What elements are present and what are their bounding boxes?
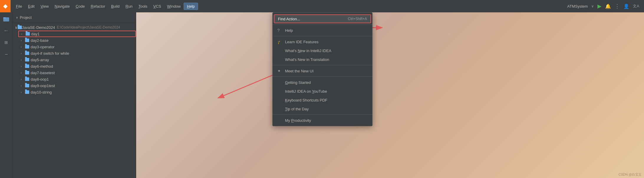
dropdown-tip-of-day[interactable]: Tip of the Day	[273, 104, 372, 113]
dropdown-my-productivity[interactable]: My Productivity	[273, 116, 372, 125]
menu-navigate[interactable]: Navigate	[52, 3, 73, 10]
bell-icon[interactable]: 🔔	[605, 4, 611, 9]
day3-toggle[interactable]: ›	[21, 45, 25, 49]
root-toggle[interactable]: ∨	[15, 25, 18, 30]
title-bar: ◆ File Edit View Navigate Code Refactor …	[0, 0, 644, 12]
menu-refactor[interactable]: Refactor	[88, 3, 108, 10]
menu-tools[interactable]: Tools	[136, 3, 150, 10]
separator-3	[273, 65, 372, 65]
day10-label: day10-string	[31, 90, 52, 94]
help-icon: ?	[277, 28, 283, 33]
dropdown-whats-new-translation[interactable]: What's New in Translation	[273, 55, 372, 64]
day5-toggle[interactable]: ›	[21, 58, 25, 61]
menu-help[interactable]: Help	[184, 3, 198, 10]
svg-rect-1	[3, 17, 6, 18]
panel-chevron[interactable]: ∨	[16, 16, 18, 19]
learn-ide-icon: 🎓	[277, 39, 283, 44]
user-icon[interactable]: 👤	[623, 4, 629, 9]
day3-label: day3-operator	[31, 45, 55, 49]
project-tree: ∨ JavaSE-Demo2024 E:\Code\IdeaProject\Ja…	[12, 23, 136, 178]
day6-label: day6-method	[31, 64, 53, 69]
run-icon[interactable]: ▶	[597, 3, 602, 9]
find-action-shortcut: Ctrl+Shift+A	[348, 17, 367, 21]
day3-folder-icon	[25, 44, 29, 49]
tree-item-day8[interactable]: › day8-oop1	[12, 76, 136, 82]
tree-item-day2[interactable]: › day2-base	[12, 37, 136, 44]
tree-item-day7[interactable]: › day7-basetest	[12, 69, 136, 76]
day10-toggle[interactable]: ›	[21, 91, 25, 94]
dropdown-youtube[interactable]: IntelliJ IDEA on YouTube	[273, 87, 372, 96]
dropdown-whats-new-idea[interactable]: What's New in IntelliJ IDEA	[273, 46, 372, 55]
project-chevron[interactable]: ∨	[591, 4, 594, 8]
day8-toggle[interactable]: ›	[21, 78, 25, 81]
getting-started-label: Getting Started	[285, 80, 311, 85]
day6-toggle[interactable]: ›	[21, 65, 25, 68]
day5-label: day5-array	[31, 58, 49, 62]
menu-file[interactable]: File	[13, 3, 25, 10]
day7-toggle[interactable]: ›	[21, 71, 25, 74]
tree-root-item[interactable]: ∨ JavaSE-Demo2024 E:\Code\IdeaProject\Ja…	[12, 24, 136, 31]
day2-toggle[interactable]: ›	[21, 39, 25, 42]
project-panel-header: ∨ Project	[12, 12, 136, 23]
tree-item-day3[interactable]: › day3-operator	[12, 44, 136, 50]
menu-code[interactable]: Code	[73, 3, 88, 10]
content-area: Find Action... Ctrl+Shift+A ? Help 🎓 Lea…	[136, 12, 644, 178]
dropdown-help[interactable]: ? Help	[273, 26, 372, 35]
root-folder-icon	[18, 26, 22, 29]
day6-folder-icon	[25, 64, 29, 69]
dropdown-getting-started[interactable]: Getting Started	[273, 78, 372, 87]
sidebar-icon-more[interactable]: ···	[1, 49, 11, 59]
day9-toggle[interactable]: ›	[21, 84, 25, 87]
whats-new-translation-label: What's New in Translation	[285, 57, 329, 62]
dropdown-learn-ide[interactable]: 🎓 Learn IDE Features	[273, 37, 372, 46]
project-name: ATMSystem	[567, 4, 588, 9]
dropdown-keyboard-shortcuts[interactable]: Keyboard Shortcuts PDF	[273, 96, 372, 104]
day5-folder-icon	[25, 57, 29, 62]
app-logo: ◆	[0, 0, 11, 12]
sidebar-icon-git[interactable]: ←	[1, 25, 11, 36]
separator-5	[273, 114, 372, 115]
day1-toggle[interactable]: ›	[21, 32, 25, 36]
help-label: Help	[285, 28, 293, 33]
menu-edit[interactable]: Edit	[25, 3, 37, 10]
tip-of-day-label: Tip of the Day	[285, 107, 309, 111]
separator-4	[273, 76, 372, 77]
sidebar-icon-folder[interactable]	[1, 14, 11, 24]
menu-run[interactable]: Run	[123, 3, 136, 10]
separator-2	[273, 36, 372, 36]
day4-toggle[interactable]: ›	[21, 52, 25, 55]
find-action-item[interactable]: Find Action... Ctrl+Shift+A	[274, 14, 371, 23]
day2-folder-icon	[25, 38, 29, 43]
tree-item-day1[interactable]: › day1	[18, 31, 136, 37]
tree-item-day6[interactable]: › day6-method	[12, 63, 136, 69]
tree-item-day9[interactable]: › day9-oop1test	[12, 82, 136, 89]
menu-bar: File Edit View Navigate Code Refactor Bu…	[11, 3, 567, 10]
day7-folder-icon	[25, 70, 29, 75]
day7-label: day7-basetest	[31, 71, 55, 75]
root-path: E:\Code\IdeaProject\JavaSE-Demo2024	[57, 25, 120, 29]
sidebar-icon-structure[interactable]: ⊞	[1, 37, 11, 48]
whats-new-idea-label: What's New in IntelliJ IDEA	[285, 49, 331, 53]
menu-window[interactable]: Window	[164, 3, 184, 10]
menu-view[interactable]: View	[37, 3, 52, 10]
menu-build[interactable]: Build	[108, 3, 123, 10]
learn-ide-label: Learn IDE Features	[285, 40, 318, 44]
tree-item-day10[interactable]: › day10-string	[12, 89, 136, 95]
project-panel: ∨ Project ∨ JavaSE-Demo2024 E:\Code\Idea…	[12, 12, 136, 178]
translate-icon[interactable]: 文A	[633, 4, 639, 9]
tree-item-day4[interactable]: › day4-if switch for while	[12, 50, 136, 56]
day8-label: day8-oop1	[31, 77, 49, 81]
find-action-label: Find Action...	[278, 17, 300, 21]
tree-item-day5[interactable]: › day5-array	[12, 56, 136, 63]
meet-new-ui-label: Meet the New UI	[285, 69, 314, 73]
dropdown-meet-new-ui[interactable]: ✦ Meet the New UI	[273, 66, 372, 75]
watermark: CSDN @白宝五	[619, 172, 642, 177]
separator-1	[273, 24, 372, 25]
day2-label: day2-base	[31, 38, 49, 43]
menu-vcs[interactable]: VCS	[150, 3, 164, 10]
day1-label: day1	[31, 32, 39, 36]
more-icon[interactable]: ⋮	[615, 3, 620, 9]
day9-label: day9-oop1test	[31, 84, 55, 88]
main-area: ← ⊞ ··· ∨ Project ∨ JavaSE-Demo2024 E:\C…	[0, 12, 644, 178]
day4-label: day4-if switch for while	[31, 51, 69, 56]
